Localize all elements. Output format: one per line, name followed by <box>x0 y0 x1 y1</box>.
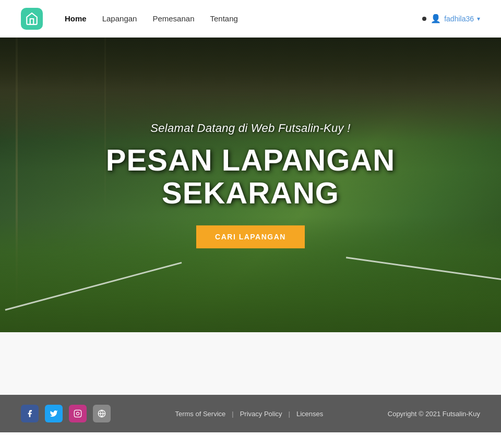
cari-lapangan-button[interactable]: CARI LAPANGAN <box>196 225 305 248</box>
globe-icon[interactable] <box>93 405 111 422</box>
hero-section: Selamat Datang di Web Futsalin-Kuy ! PES… <box>0 38 501 332</box>
hero-content: Selamat Datang di Web Futsalin-Kuy ! PES… <box>68 122 433 249</box>
nav-lapangan[interactable]: Lapangan <box>102 14 137 23</box>
hero-title-line2: SEKARANG <box>162 176 339 210</box>
hero-subtitle: Selamat Datang di Web Futsalin-Kuy ! <box>68 122 433 135</box>
copyright-text: Copyright © 2021 Futsalin-Kuy <box>388 410 480 418</box>
brand[interactable] <box>21 8 49 30</box>
privacy-link[interactable]: Privacy Policy <box>240 410 282 418</box>
nav-home[interactable]: Home <box>65 14 87 23</box>
footer-social-icons <box>21 405 111 422</box>
user-menu-button[interactable]: 👤 fadhila36 ▾ <box>431 14 480 23</box>
facebook-icon[interactable] <box>21 405 39 422</box>
hero-title-line1: PESAN LAPANGAN <box>106 143 395 177</box>
licenses-link[interactable]: Licenses <box>296 410 323 418</box>
hero-title: PESAN LAPANGAN SEKARANG <box>68 143 433 210</box>
svg-rect-0 <box>74 410 81 417</box>
user-icon: 👤 <box>431 14 441 23</box>
nav-links: Home Lapangan Pemesanan Tentang <box>65 14 422 23</box>
footer: Terms of Service | Privacy Policy | Lice… <box>0 395 501 432</box>
status-dot <box>422 17 426 21</box>
twitter-icon[interactable] <box>45 405 63 422</box>
dropdown-arrow-icon: ▾ <box>477 15 480 22</box>
nav-tentang[interactable]: Tentang <box>210 14 238 23</box>
instagram-icon[interactable] <box>69 405 87 422</box>
middle-section <box>0 332 501 395</box>
brand-logo-icon <box>21 8 43 30</box>
navbar-right: 👤 fadhila36 ▾ <box>422 14 480 23</box>
separator-2: | <box>289 410 290 418</box>
terms-link[interactable]: Terms of Service <box>175 410 225 418</box>
separator-1: | <box>232 410 233 418</box>
nav-pemesanan[interactable]: Pemesanan <box>152 14 194 23</box>
footer-links: Terms of Service | Privacy Policy | Lice… <box>175 410 323 418</box>
username-label: fadhila36 <box>444 15 474 23</box>
navbar: Home Lapangan Pemesanan Tentang 👤 fadhil… <box>0 0 501 38</box>
